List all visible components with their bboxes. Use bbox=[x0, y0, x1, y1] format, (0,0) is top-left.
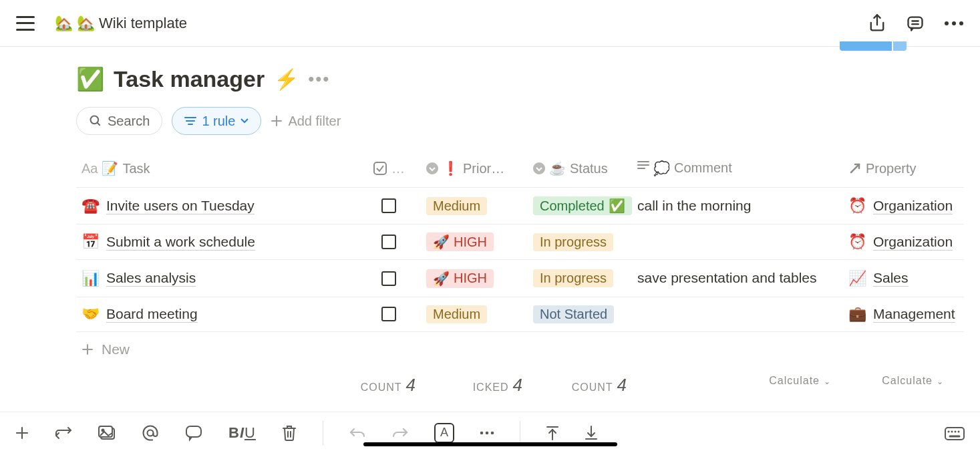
header-check[interactable]: … bbox=[357, 154, 421, 187]
cell-status[interactable]: Not Started bbox=[528, 297, 632, 331]
more-tools-icon[interactable] bbox=[480, 431, 494, 435]
new-row-button[interactable]: New bbox=[76, 332, 964, 367]
table-row: 🤝 Board meeting Medium Not Started 💼 Man… bbox=[76, 297, 964, 332]
cell-task[interactable]: ☎️ Invite users on Tuesday bbox=[76, 188, 357, 224]
header-priority[interactable]: ❗ Prior… bbox=[421, 154, 528, 187]
svg-point-15 bbox=[426, 162, 438, 174]
cell-priority[interactable]: 🚀HIGH bbox=[421, 224, 528, 259]
trash-icon[interactable] bbox=[281, 424, 297, 442]
svg-point-28 bbox=[148, 430, 154, 436]
undo-icon[interactable] bbox=[349, 426, 366, 440]
move-down-icon[interactable] bbox=[585, 425, 598, 441]
footer-count-2[interactable]: COUNT 4 bbox=[528, 372, 632, 398]
text-style-icon[interactable]: A bbox=[434, 423, 454, 443]
comment-icon[interactable] bbox=[184, 424, 203, 442]
checkbox[interactable] bbox=[381, 235, 396, 249]
priority-tag: Medium bbox=[426, 197, 487, 215]
format-icon[interactable]: BIU bbox=[228, 424, 256, 442]
cell-task[interactable]: 📊 Sales analysis bbox=[76, 260, 357, 296]
partial-button bbox=[840, 41, 907, 51]
cell-priority[interactable]: Medium bbox=[421, 188, 528, 224]
task-title: Sales analysis bbox=[106, 270, 196, 287]
cell-check[interactable] bbox=[357, 297, 421, 331]
header-comment[interactable]: 💭 Comment bbox=[632, 154, 836, 187]
sort-rule-button[interactable]: 1 rule bbox=[172, 107, 261, 135]
menu-button[interactable] bbox=[16, 16, 35, 31]
property-label: Organization bbox=[873, 198, 953, 214]
svg-rect-14 bbox=[374, 162, 386, 174]
more-icon[interactable] bbox=[944, 21, 964, 26]
svg-point-4 bbox=[945, 21, 949, 25]
filter-row: Search 1 rule Add filter bbox=[76, 107, 964, 135]
add-filter-button[interactable]: Add filter bbox=[271, 114, 341, 129]
cell-priority[interactable]: 🚀HIGH bbox=[421, 260, 528, 296]
priority-tag: Medium bbox=[426, 305, 487, 323]
cell-status[interactable]: Completed✅ bbox=[528, 188, 632, 224]
footer-calc-2[interactable]: Calculate ⌄ bbox=[836, 372, 964, 398]
cell-status[interactable]: In progress bbox=[528, 224, 632, 259]
new-row-label: New bbox=[102, 341, 130, 357]
cell-property[interactable]: ⏰ Organization bbox=[836, 224, 964, 259]
property-emoji: ⏰ bbox=[848, 197, 866, 214]
cell-comment[interactable]: save presentation and tables bbox=[632, 260, 836, 296]
share-icon[interactable] bbox=[868, 13, 886, 33]
title-menu-icon[interactable]: ••• bbox=[308, 69, 330, 90]
cell-property[interactable]: ⏰ Organization bbox=[836, 188, 964, 224]
comments-icon[interactable] bbox=[905, 14, 925, 33]
table-row: 📅 Submit a work schedule 🚀HIGH In progre… bbox=[76, 224, 964, 260]
breadcrumb-icon-1: 🏡 bbox=[55, 15, 73, 32]
cell-status[interactable]: In progress bbox=[528, 260, 632, 296]
footer-icked[interactable]: ICKED 4 bbox=[421, 372, 528, 398]
search-button[interactable]: Search bbox=[76, 107, 162, 135]
cell-check[interactable] bbox=[357, 260, 421, 296]
add-filter-label: Add filter bbox=[288, 114, 341, 129]
breadcrumb[interactable]: 🏡 🏡 Wiki template bbox=[55, 15, 187, 32]
footer-count-1[interactable]: COUNT 4 bbox=[357, 372, 421, 398]
checkbox[interactable] bbox=[381, 307, 396, 321]
task-table: Aa 📝 Task … ❗ Prior… ☕ Status 💭 Co bbox=[76, 154, 964, 398]
cell-property[interactable]: 📈 Sales bbox=[836, 260, 964, 296]
cell-task[interactable]: 📅 Submit a work schedule bbox=[76, 224, 357, 259]
svg-point-32 bbox=[480, 431, 484, 434]
cell-check[interactable] bbox=[357, 224, 421, 259]
checkbox[interactable] bbox=[381, 271, 396, 286]
move-up-icon[interactable] bbox=[546, 425, 559, 441]
bolt-icon[interactable]: ⚡ bbox=[274, 67, 299, 91]
cell-check[interactable] bbox=[357, 188, 421, 224]
turn-into-icon[interactable] bbox=[55, 425, 72, 441]
page-title[interactable]: Task manager bbox=[114, 66, 265, 92]
breadcrumb-label: Wiki template bbox=[99, 15, 187, 32]
table-header: Aa 📝 Task … ❗ Prior… ☕ Status 💭 Co bbox=[76, 154, 964, 188]
footer-calc-1[interactable]: Calculate ⌄ bbox=[632, 372, 836, 398]
header-property[interactable]: Property bbox=[836, 154, 964, 187]
svg-point-16 bbox=[533, 162, 545, 174]
image-icon[interactable] bbox=[98, 425, 116, 441]
mention-icon[interactable] bbox=[142, 424, 159, 442]
svg-line-8 bbox=[98, 123, 100, 126]
task-title: Board meeting bbox=[106, 306, 198, 323]
status-tag: In progress bbox=[533, 269, 613, 287]
svg-point-7 bbox=[91, 116, 99, 124]
table-row: 📊 Sales analysis 🚀HIGH In progress save … bbox=[76, 260, 964, 297]
keyboard-icon[interactable] bbox=[944, 425, 965, 441]
svg-rect-39 bbox=[945, 428, 964, 440]
property-label: Organization bbox=[873, 234, 953, 251]
redo-icon[interactable] bbox=[391, 426, 409, 440]
cell-priority[interactable]: Medium bbox=[421, 297, 528, 331]
header-task[interactable]: Aa 📝 Task bbox=[76, 154, 357, 187]
svg-point-34 bbox=[491, 431, 494, 434]
svg-point-6 bbox=[959, 21, 963, 25]
cell-property[interactable]: 💼 Management bbox=[836, 297, 964, 331]
cell-task[interactable]: 🤝 Board meeting bbox=[76, 297, 357, 331]
top-bar: 🏡 🏡 Wiki template bbox=[0, 0, 980, 47]
checkbox[interactable] bbox=[381, 198, 396, 213]
cell-comment[interactable] bbox=[632, 297, 836, 331]
cell-comment[interactable]: call in the morning bbox=[632, 188, 836, 224]
page-title-bar: ✅ Task manager ⚡ ••• bbox=[76, 65, 964, 92]
property-emoji: ⏰ bbox=[848, 233, 866, 251]
cell-comment[interactable] bbox=[632, 224, 836, 259]
add-block-icon[interactable] bbox=[15, 426, 29, 440]
svg-rect-1 bbox=[909, 17, 923, 27]
task-emoji: 🤝 bbox=[81, 305, 100, 323]
header-status[interactable]: ☕ Status bbox=[528, 154, 632, 187]
